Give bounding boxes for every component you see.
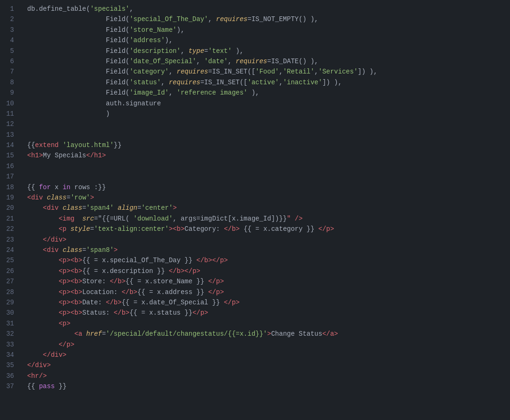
line-number: 23	[4, 235, 14, 245]
code-line: Field('address'),	[27, 35, 510, 45]
line-number: 13	[4, 130, 14, 140]
code-token: >	[114, 245, 118, 255]
code-token: 'date_Of_Special'	[129, 56, 196, 66]
code-line: <hr/>	[27, 371, 510, 381]
code-token: >	[90, 192, 94, 203]
line-number: 16	[4, 161, 14, 171]
code-line: Field('date_Of_Special', 'date', require…	[27, 56, 510, 66]
code-token: rows :}}	[70, 182, 106, 192]
code-editor: 1234567891011121314151617181920212223242…	[0, 0, 510, 420]
code-token: }}	[55, 381, 67, 391]
line-number: 6	[4, 56, 14, 66]
code-token: extend	[35, 140, 63, 150]
line-number: 17	[4, 171, 14, 182]
line-number: 20	[4, 203, 14, 213]
code-token: Field(	[27, 46, 129, 56]
code-token: Status:	[82, 308, 114, 318]
line-number: 31	[4, 318, 14, 329]
code-token: ,	[161, 77, 169, 88]
code-token: Date:	[82, 297, 106, 308]
code-token: ,	[279, 66, 283, 77]
code-token: ,	[169, 66, 177, 77]
code-token: </p>	[192, 308, 208, 318]
code-token: </a>	[322, 329, 338, 339]
code-token: 'span4'	[86, 203, 114, 213]
code-token: Location:	[82, 287, 122, 297]
code-token: 'inactive'	[283, 77, 322, 88]
line-number: 33	[4, 339, 14, 350]
code-token: 'description'	[129, 46, 180, 56]
code-token: <b>	[70, 308, 82, 318]
code-token: >	[267, 329, 271, 339]
code-line: Field('special_Of_The_Day', requires=IS_…	[27, 14, 510, 24]
code-token: requires	[177, 66, 208, 77]
code-token: <a	[27, 329, 86, 339]
code-token: </b>	[110, 276, 126, 287]
code-token: 'active'	[248, 77, 279, 88]
code-line: <p style='text-align:center'><b>Category…	[27, 224, 510, 234]
code-line: <p><b>Date: </b>{{ = x.date_Of_Special }…	[27, 297, 510, 308]
code-token	[114, 203, 118, 213]
line-number: 25	[4, 255, 14, 265]
code-token: ),	[232, 46, 244, 56]
code-token: </p>	[27, 339, 74, 350]
code-token: </p>	[212, 255, 228, 265]
code-token: db.define_table(	[27, 4, 90, 14]
code-content: db.define_table('specials', Field('speci…	[20, 0, 510, 420]
line-number: 14	[4, 140, 14, 150]
code-token: {{ = x.date_Of_Special }}	[122, 297, 224, 308]
line-number: 9	[4, 88, 14, 98]
code-token: </div>	[27, 360, 51, 370]
code-token: <p>	[27, 276, 70, 287]
line-number: 28	[4, 287, 14, 297]
code-token: ,	[196, 56, 204, 66]
code-token: <b>	[70, 255, 82, 265]
line-number: 21	[4, 214, 14, 224]
line-number: 7	[4, 66, 14, 77]
code-token: <b>	[173, 224, 185, 234]
code-token: </h1>	[86, 150, 106, 161]
code-token: class	[63, 203, 82, 213]
code-line: <div class='span8'>	[27, 245, 510, 255]
code-token: for	[39, 182, 51, 192]
code-token: <b>	[70, 276, 82, 287]
code-token: </b>	[196, 255, 212, 265]
code-token: 'date'	[204, 56, 228, 66]
code-token: 'category'	[129, 66, 169, 77]
line-number: 34	[4, 350, 14, 360]
code-token: '/special/default/changestatus/{{=x.id}}…	[106, 329, 267, 339]
code-token: Field(	[27, 56, 129, 66]
code-token: <b>	[70, 297, 82, 308]
line-number: 4	[4, 35, 14, 45]
code-line: <p><b>Store: </b>{{ = x.store_Name }} </…	[27, 276, 510, 287]
code-line: <img src="{{=URL( 'download', args=imgDi…	[27, 214, 510, 224]
code-token: =	[82, 245, 86, 255]
code-token: </b>	[169, 266, 185, 276]
code-token: requires	[169, 77, 200, 88]
code-token: ]) ),	[322, 77, 342, 88]
line-number: 27	[4, 276, 14, 287]
code-token: ,	[314, 66, 318, 77]
code-token: =	[82, 203, 86, 213]
code-line: auth.signature	[27, 98, 510, 109]
code-token: ,	[279, 77, 283, 88]
line-number: 37	[4, 381, 14, 391]
code-token: requires	[236, 56, 267, 66]
code-token: 'reference images'	[177, 88, 247, 98]
line-number: 12	[4, 119, 14, 129]
code-token: pass	[39, 381, 55, 391]
code-token: {{ = x.description }}	[82, 266, 169, 276]
code-token: 'Food'	[255, 66, 279, 77]
code-token: <p	[27, 224, 70, 234]
code-token: </b>	[122, 287, 138, 297]
code-token: }}	[114, 140, 122, 150]
code-token: <div	[27, 245, 63, 255]
code-token: </b>	[114, 308, 130, 318]
code-token: class	[47, 192, 67, 203]
code-token: =IS_NOT_EMPTY() ),	[248, 14, 318, 24]
code-token: align	[118, 203, 137, 213]
code-line: <a href='/special/default/changestatus/{…	[27, 329, 510, 339]
code-token: My Specials	[43, 150, 86, 161]
code-token: <div	[27, 203, 63, 213]
code-token: <p>	[27, 297, 70, 308]
